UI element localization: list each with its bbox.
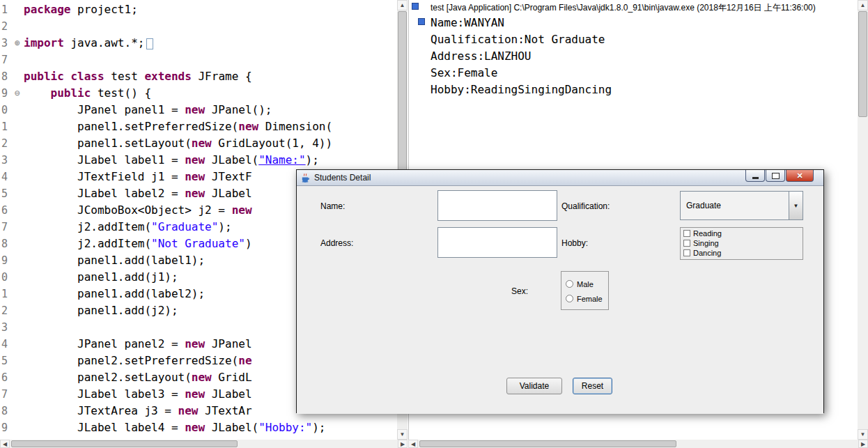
line-number: 9 (0, 252, 11, 269)
code-segment: java.awt.*; (64, 36, 145, 49)
console-line: Sex:Female (431, 65, 612, 82)
checkbox-label: Reading (693, 229, 722, 238)
fold-gutter (11, 118, 24, 135)
sex-group: MaleFemale (561, 271, 609, 310)
hobby-checkbox-dancing[interactable]: Dancing (683, 248, 803, 258)
console-hscroll-thumb[interactable] (419, 440, 676, 447)
fold-gutter (11, 152, 24, 169)
maximize-button[interactable] (766, 170, 785, 182)
code-line[interactable]: 1package project1; (0, 1, 397, 18)
code-line[interactable]: 2 (0, 18, 397, 35)
maximize-icon (772, 173, 780, 179)
minimize-button[interactable] (745, 170, 765, 182)
code-line[interactable]: 9 JLabel label4 = new JLabel("Hobby:"); (0, 419, 397, 436)
line-number: 3 (0, 35, 11, 52)
scroll-up-icon[interactable]: ▲ (858, 0, 868, 10)
code-line[interactable]: 8public class test extends JFrame { (0, 68, 397, 85)
code-text: j2.addItem("Not Graduate") (24, 235, 252, 252)
fold-expand-icon[interactable]: ⊕ (11, 35, 24, 52)
console-vscroll-track[interactable] (858, 10, 868, 429)
code-line[interactable]: 3⊕import java.awt.*; (0, 35, 397, 52)
code-line[interactable]: 3 JLabel label1 = new JLabel("Name:"); (0, 152, 397, 169)
code-text: JPanel panel1 = new JPanel(); (24, 102, 272, 118)
code-segment: panel2.setPreferredSize( (24, 354, 238, 367)
line-number: 8 (0, 235, 11, 252)
editor-hscroll-track[interactable] (10, 440, 398, 448)
console-hscroll-track[interactable] (418, 440, 858, 448)
scroll-left-icon[interactable]: ◀ (408, 440, 418, 448)
hobby-checkbox-reading[interactable]: Reading (683, 229, 803, 238)
code-segment: JPanel panel2 = (24, 337, 185, 350)
console-marker-icon (412, 3, 419, 10)
code-text: JTextArea j3 = new JTextAr (24, 403, 252, 419)
scroll-down-icon[interactable]: ▼ (858, 429, 868, 440)
radio-label: Female (577, 295, 603, 303)
line-number: 1 (0, 118, 11, 135)
code-segment: new (185, 337, 205, 350)
code-segment: "Not Graduate" (151, 237, 245, 250)
code-segment: ) (245, 237, 252, 250)
console-line: Hobby:ReadingSingingDancing (431, 82, 612, 98)
fold-gutter (11, 135, 24, 152)
console-vscroll-thumb[interactable] (858, 11, 867, 117)
scroll-right-icon[interactable]: ▶ (858, 440, 868, 448)
console-vertical-scrollbar[interactable]: ▲ ▼ (858, 0, 868, 440)
scroll-right-icon[interactable]: ▶ (398, 440, 408, 448)
sex-radio-male[interactable]: Male (566, 277, 608, 291)
radio-label: Male (577, 280, 594, 288)
editor-horizontal-scrollbar[interactable]: ◀ ▶ (0, 440, 408, 448)
code-text: panel2.setLayout(new GridL (24, 369, 252, 386)
editor-hscroll-thumb[interactable] (11, 440, 238, 447)
console-output: Name:WANYANQualification:Not GraduateAdd… (431, 15, 612, 98)
code-segment: panel1.add(label2); (24, 287, 205, 300)
code-line[interactable]: 7 (0, 52, 397, 68)
line-number: 4 (0, 336, 11, 353)
code-line[interactable]: 1 panel1.setPreferredSize(new Dimension( (0, 118, 397, 135)
code-line[interactable]: 9⊖ public test() { (0, 85, 397, 102)
line-number: 9 (0, 419, 11, 436)
code-text: panel1.setLayout(new GridLayout(1, 4)) (24, 135, 332, 152)
scroll-up-icon[interactable]: ▲ (397, 0, 408, 10)
line-number: 5 (0, 353, 11, 369)
name-input[interactable] (437, 190, 557, 221)
scroll-down-icon[interactable]: ▼ (397, 429, 408, 440)
fold-collapse-icon[interactable]: ⊖ (11, 85, 24, 102)
code-text: package project1; (24, 1, 138, 18)
code-segment: test() { (91, 86, 151, 100)
hobby-checkbox-singing[interactable]: Singing (683, 238, 803, 248)
code-segment: JPanel panel1 = (24, 103, 185, 116)
validate-button[interactable]: Validate (506, 378, 562, 394)
console-marker-icon (418, 18, 425, 25)
fold-gutter (11, 419, 24, 436)
collapsed-region-icon (146, 38, 153, 49)
code-segment: class (70, 70, 104, 83)
hobby-label: Hobby: (561, 238, 588, 248)
console-horizontal-scrollbar[interactable]: ◀ ▶ (408, 440, 868, 448)
code-segment: "Name:" (258, 153, 305, 167)
console-line: Name:WANYAN (431, 15, 612, 31)
console-line: Qualification:Not Graduate (431, 31, 612, 48)
code-segment: panel2.setLayout( (24, 371, 192, 384)
fold-gutter (11, 269, 24, 286)
code-segment: JLabel label3 = (24, 387, 185, 401)
checkbox-icon (683, 249, 690, 256)
chevron-down-icon[interactable]: ▼ (789, 192, 803, 219)
code-segment: j2.addItem( (24, 237, 151, 250)
sex-radio-female[interactable]: Female (566, 291, 608, 306)
code-text: public test() { (24, 85, 151, 102)
line-number: 0 (0, 102, 11, 118)
reset-button[interactable]: Reset (573, 378, 612, 394)
window-titlebar[interactable]: Students Detail ✕ (297, 170, 823, 186)
code-line[interactable]: 2 panel1.setLayout(new GridLayout(1, 4)) (0, 135, 397, 152)
code-segment: project1; (70, 3, 137, 16)
code-text: JPanel panel2 = new JPanel (24, 336, 252, 353)
qualification-combobox[interactable]: Graduate ▼ (680, 191, 803, 220)
address-input[interactable] (437, 227, 557, 258)
address-label: Address: (320, 238, 353, 248)
close-button[interactable]: ✕ (786, 170, 814, 182)
window-title: Students Detail (314, 173, 371, 183)
code-segment (24, 86, 51, 100)
fold-gutter (11, 235, 24, 252)
scroll-left-icon[interactable]: ◀ (0, 440, 10, 448)
code-line[interactable]: 0 JPanel panel1 = new JPanel(); (0, 102, 397, 118)
